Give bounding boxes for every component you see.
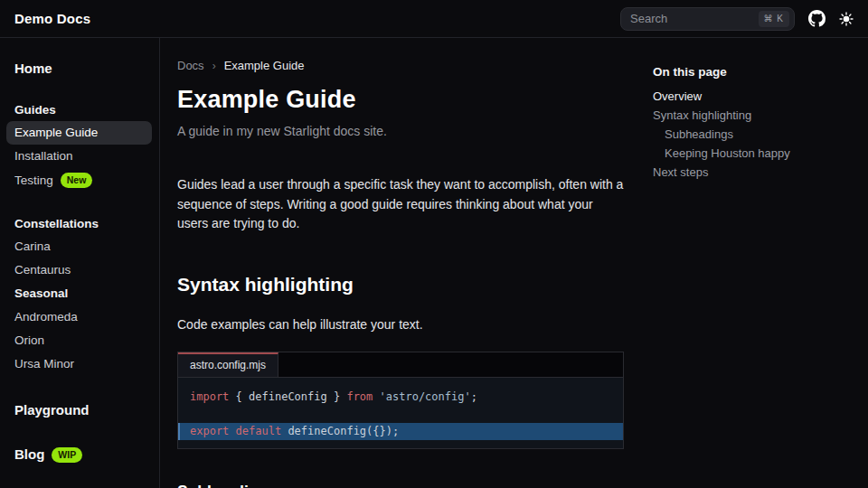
code-token-from: from: [346, 390, 373, 403]
toc-title: On this page: [653, 65, 857, 79]
sidebar-nav: Home Guides Example Guide Installation T…: [0, 38, 160, 488]
sidebar-item-home[interactable]: Home: [14, 58, 152, 79]
toc-item-overview[interactable]: Overview: [653, 87, 857, 106]
sidebar-group-guides: Guides: [14, 103, 152, 117]
code-tab-bar: astro.config.mjs: [178, 352, 623, 378]
code-tab-filename[interactable]: astro.config.mjs: [178, 352, 278, 377]
code-block: astro.config.mjs import { defineConfig }…: [177, 352, 624, 449]
heading-subheadings: Subheadings: [177, 483, 624, 488]
sidebar-item-testing-label: Testing: [14, 174, 53, 187]
search-shortcut-kbd: ⌘ K: [759, 11, 789, 27]
code-line-1: import { defineConfig } from 'astro/conf…: [178, 389, 623, 406]
heading-syntax-highlighting: Syntax highlighting: [177, 274, 624, 296]
breadcrumb-current: Example Guide: [224, 59, 305, 72]
breadcrumb: Docs › Example Guide: [177, 59, 624, 72]
sidebar-item-andromeda[interactable]: Andromeda: [6, 305, 152, 329]
toc-item-syntax-highlighting[interactable]: Syntax highlighting: [653, 106, 857, 125]
sidebar-item-installation[interactable]: Installation: [6, 145, 152, 168]
syntax-lead-paragraph: Code examples can help illustrate your t…: [177, 317, 624, 332]
new-badge: New: [61, 173, 93, 188]
search-placeholder: Search: [630, 12, 751, 25]
sidebar-subgroup-seasonal[interactable]: Seasonal: [6, 282, 152, 305]
site-title[interactable]: Demo Docs: [14, 11, 90, 26]
theme-toggle-sun-icon[interactable]: [839, 12, 854, 26]
sidebar-item-carina[interactable]: Carina: [6, 235, 152, 258]
toc-item-next-steps[interactable]: Next steps: [653, 163, 857, 182]
code-area[interactable]: import { defineConfig } from 'astro/conf…: [178, 378, 623, 448]
code-line-2: [178, 406, 623, 423]
intro-paragraph: Guides lead a user through a specific ta…: [177, 175, 624, 234]
sidebar-item-example-guide[interactable]: Example Guide: [6, 121, 152, 145]
sidebar-item-centaurus[interactable]: Centaurus: [6, 258, 152, 282]
top-nav: Demo Docs Search ⌘ K: [0, 0, 868, 38]
page-title: Example Guide: [177, 86, 624, 114]
code-line-3-marked: export default defineConfig({});: [178, 423, 623, 440]
main-content: Docs › Example Guide Example Guide A gui…: [160, 38, 653, 488]
app-window: Demo Docs Search ⌘ K: [0, 0, 868, 488]
chevron-right-icon: ›: [212, 60, 216, 72]
on-this-page-nav: On this page Overview Syntax highlightin…: [653, 38, 868, 488]
toc-item-keeping-houston-happy[interactable]: Keeping Houston happy: [653, 144, 857, 163]
code-token-semicolon: ;: [471, 390, 477, 403]
github-icon[interactable]: [808, 10, 826, 27]
sidebar-item-blog[interactable]: BlogWIP: [14, 444, 152, 465]
code-token-defineconfig: { defineConfig }: [229, 390, 346, 403]
sidebar-item-blog-label: Blog: [14, 446, 44, 462]
sidebar-group-constellations: Constellations: [14, 217, 152, 230]
sidebar-item-testing[interactable]: TestingNew: [6, 168, 152, 192]
header-actions: Search ⌘ K: [620, 7, 854, 31]
code-token-import: import: [190, 390, 229, 403]
page-subtitle: A guide in my new Starlight docs site.: [177, 124, 624, 138]
code-token-defineconfig-call: defineConfig({});: [281, 425, 399, 437]
code-token-export-default: export default: [190, 425, 281, 437]
code-token-string: 'astro/config': [373, 390, 470, 403]
sidebar-item-orion[interactable]: Orion: [6, 329, 152, 352]
sidebar-item-ursa-minor[interactable]: Ursa Minor: [6, 352, 152, 376]
toc-item-subheadings[interactable]: Subheadings: [653, 125, 857, 144]
search-input[interactable]: Search ⌘ K: [620, 7, 795, 31]
wip-badge: WIP: [52, 447, 82, 463]
breadcrumb-docs[interactable]: Docs: [177, 59, 204, 72]
sidebar-item-playground[interactable]: Playground: [14, 399, 152, 420]
page-body: Home Guides Example Guide Installation T…: [0, 38, 868, 488]
